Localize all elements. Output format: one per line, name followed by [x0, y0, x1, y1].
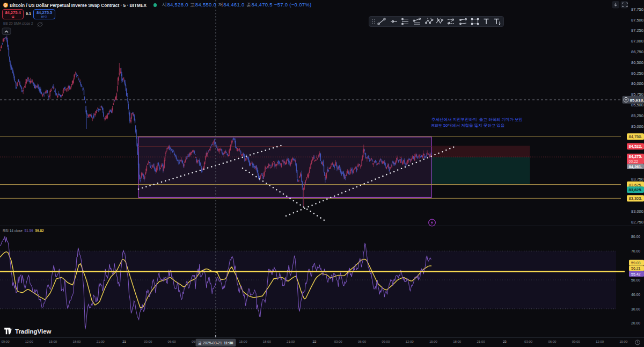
svg-text:84,261.: 84,261. — [629, 164, 642, 169]
svg-text:87,750.0: 87,750.0 — [631, 7, 644, 12]
svg-text:82,750.0: 82,750.0 — [631, 220, 644, 225]
svg-text:87,500.0: 87,500.0 — [631, 18, 644, 23]
svg-text:83,303.: 83,303. — [629, 196, 642, 201]
svg-text:03:00: 03:00 — [144, 340, 152, 343]
svg-text:86,750.0: 86,750.0 — [631, 49, 644, 54]
svg-text:30.00: 30.00 — [631, 307, 640, 311]
svg-text:12:00: 12:00 — [25, 340, 34, 343]
svg-text:18:00: 18:00 — [72, 340, 81, 343]
svg-text:15:00: 15:00 — [49, 340, 57, 343]
svg-text:50.00: 50.00 — [631, 278, 640, 282]
svg-text:83,625.: 83,625. — [629, 187, 642, 192]
svg-text:03:00: 03:00 — [524, 340, 533, 343]
svg-text:85,000.0: 85,000.0 — [631, 124, 644, 129]
svg-text:23: 23 — [503, 340, 507, 343]
svg-text:06:00: 06:00 — [548, 340, 557, 343]
svg-text:84,750.: 84,750. — [629, 134, 642, 139]
svg-text:86,500.0: 86,500.0 — [631, 60, 644, 65]
svg-text:86,250.0: 86,250.0 — [631, 71, 644, 76]
svg-text:18:00: 18:00 — [453, 340, 462, 343]
svg-text:06:00: 06:00 — [358, 340, 367, 343]
svg-text:09:00: 09:00 — [572, 340, 581, 343]
svg-text:83,750.0: 83,750.0 — [631, 177, 644, 182]
svg-text:06:00: 06:00 — [168, 340, 177, 343]
svg-text:21:00: 21:00 — [477, 340, 485, 343]
svg-text:03:00: 03:00 — [334, 340, 343, 343]
svg-text:15:00: 15:00 — [619, 340, 628, 343]
svg-text:15:00: 15:00 — [429, 340, 438, 343]
svg-text:20.00: 20.00 — [631, 321, 640, 325]
svg-text:59.03: 59.03 — [631, 261, 641, 265]
svg-text:00:22: 00:22 — [629, 160, 639, 163]
svg-text:18:00: 18:00 — [263, 340, 272, 343]
svg-text:85,250.0: 85,250.0 — [631, 113, 644, 118]
svg-text:40.00: 40.00 — [631, 293, 640, 297]
svg-text:86,000.0: 86,000.0 — [631, 81, 644, 86]
svg-text:12:00: 12:00 — [596, 340, 604, 343]
svg-text:80.00: 80.00 — [631, 235, 640, 238]
svg-text:09:00: 09:00 — [382, 340, 390, 343]
svg-text:56.21: 56.21 — [631, 266, 641, 270]
svg-text:70.00: 70.00 — [631, 249, 640, 253]
svg-text:84,275.: 84,275. — [629, 154, 642, 159]
svg-text:55.42: 55.42 — [631, 272, 641, 276]
svg-text:21:00: 21:00 — [97, 340, 105, 343]
svg-text:12:00: 12:00 — [406, 340, 414, 343]
svg-text:87,000.0: 87,000.0 — [631, 39, 644, 44]
svg-text:21:00: 21:00 — [287, 340, 295, 343]
svg-text:09:00: 09:00 — [1, 340, 10, 343]
svg-text:85,750.0: 85,750.0 — [631, 92, 644, 97]
svg-text:15:00: 15:00 — [239, 340, 247, 343]
svg-text:87,250.0: 87,250.0 — [631, 28, 644, 33]
svg-text:84,522.: 84,522. — [629, 144, 642, 149]
svg-text:금 2025-03-21: 금 2025-03-21 — [198, 341, 222, 345]
svg-text:21: 21 — [122, 340, 126, 343]
svg-text:85,618.: 85,618. — [630, 98, 644, 103]
svg-text:22: 22 — [313, 340, 317, 343]
svg-text:11:30: 11:30 — [224, 341, 233, 345]
svg-text:83,000.0: 83,000.0 — [631, 209, 644, 214]
